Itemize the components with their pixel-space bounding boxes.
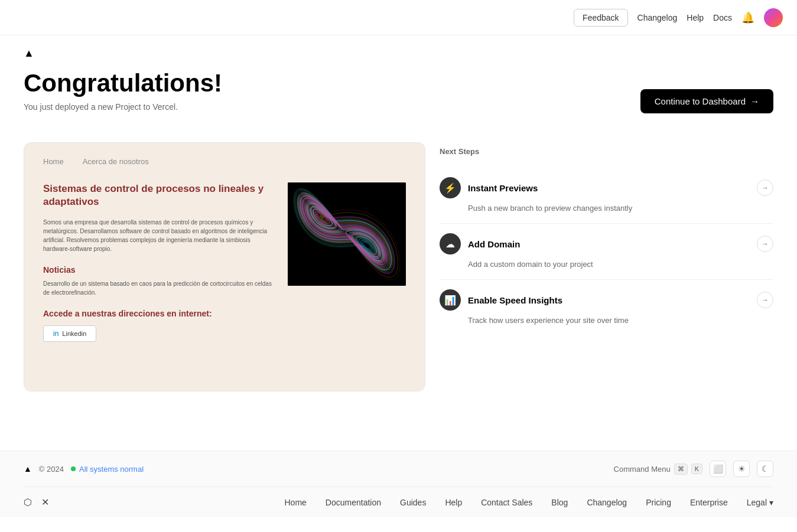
arrow-right-icon: → — [750, 96, 759, 106]
footer-social: ⬡ ✕ — [24, 497, 49, 508]
dashboard-btn-label: Continue to Dashboard — [655, 96, 746, 106]
k-key: K — [691, 464, 702, 474]
theme-dark-icon-button[interactable]: ☾ — [757, 461, 773, 477]
footer-top: ▲ © 2024 All systems normal Command Menu… — [24, 461, 773, 487]
chevron-down-icon: ▾ — [769, 498, 773, 507]
speed-insights-desc: Track how users experience your site ove… — [440, 315, 773, 326]
changelog-link[interactable]: Changelog — [637, 13, 678, 22]
step-add-domain-header: ☁ Add Domain → — [440, 233, 773, 254]
preview-cta-heading: Accede a nuestras direcciones en interne… — [43, 309, 276, 318]
butterfly-canvas — [288, 182, 406, 286]
speed-insights-arrow-icon[interactable]: → — [757, 292, 773, 308]
preview-linkedin-button: in Linkedin — [43, 325, 96, 342]
footer-enterprise-link[interactable]: Enterprise — [690, 498, 728, 507]
footer-contact-sales-link[interactable]: Contact Sales — [481, 498, 532, 507]
preview-news-body: Desarrollo de un sistema basado en caos … — [43, 279, 276, 297]
footer-changelog-link[interactable]: Changelog — [587, 498, 627, 507]
vercel-logo-icon: ▲ — [24, 47, 773, 60]
footer-documentation-link[interactable]: Documentation — [326, 498, 381, 507]
step-add-domain-left: ☁ Add Domain — [440, 233, 520, 254]
terminal-icon-button[interactable]: ⬜ — [710, 461, 726, 477]
step-instant-previews: ⚡ Instant Previews → Push a new branch t… — [440, 168, 773, 224]
main-content: ▲ Congratulations! You just deployed a n… — [0, 0, 797, 415]
github-icon[interactable]: ⬡ — [24, 497, 32, 508]
footer-left: ▲ © 2024 All systems normal — [24, 464, 144, 474]
preview-panel: Home Acerca de nosotros Sistemas de cont… — [24, 142, 425, 391]
next-steps-title: Next Steps — [440, 147, 773, 156]
footer: ▲ © 2024 All systems normal Command Menu… — [0, 451, 797, 517]
preview-heading: Sistemas de control de procesos no linea… — [43, 182, 276, 208]
instant-previews-arrow-icon[interactable]: → — [757, 179, 773, 196]
cmd-key: ⌘ — [674, 464, 688, 475]
footer-nav: ⬡ ✕ Home Documentation Guides Help Conta… — [24, 487, 773, 508]
speed-insights-icon: 📊 — [440, 289, 461, 311]
step-left: ⚡ Instant Previews — [440, 177, 538, 198]
step-add-domain: ☁ Add Domain → Add a custom domain to yo… — [440, 224, 773, 280]
footer-logo-icon: ▲ — [24, 464, 32, 474]
feedback-button[interactable]: Feedback — [574, 9, 627, 27]
preview-nav: Home Acerca de nosotros — [43, 157, 406, 166]
preview-image-col — [288, 182, 406, 342]
footer-copyright: © 2024 — [39, 465, 64, 474]
footer-right: Command Menu ⌘ K ⬜ ☀ ☾ — [614, 461, 773, 477]
status-dot-icon — [71, 466, 76, 471]
linkedin-icon: in — [53, 329, 58, 338]
status-link[interactable]: All systems normal — [79, 465, 144, 474]
command-menu-label: Command Menu — [614, 465, 671, 474]
preview-nav-home: Home — [43, 157, 64, 166]
two-col-layout: Home Acerca de nosotros Sistemas de cont… — [24, 142, 773, 391]
step-speed-insights-left: 📊 Enable Speed Insights — [440, 289, 562, 311]
footer-home-link[interactable]: Home — [285, 498, 307, 507]
preview-text-col: Sistemas de control de procesos no linea… — [43, 182, 276, 342]
instant-previews-desc: Push a new branch to preview changes ins… — [440, 203, 773, 214]
footer-legal-link[interactable]: Legal ▾ — [747, 498, 773, 507]
preview-nav-about: Acerca de nosotros — [83, 157, 149, 166]
speed-insights-label: Enable Speed Insights — [468, 295, 562, 305]
top-nav: Feedback Changelog Help Docs 🔔 — [0, 0, 797, 35]
add-domain-arrow-icon[interactable]: → — [757, 236, 773, 252]
footer-pricing-link[interactable]: Pricing — [646, 498, 671, 507]
next-steps-panel: Next Steps ⚡ Instant Previews → Push a n… — [440, 142, 773, 391]
preview-body: Somos una empresa que desarrolla sistema… — [43, 218, 276, 253]
footer-guides-link[interactable]: Guides — [400, 498, 426, 507]
instant-previews-label: Instant Previews — [468, 183, 538, 193]
preview-news-heading: Noticias — [43, 265, 276, 275]
twitter-x-icon[interactable]: ✕ — [41, 497, 49, 508]
footer-status: All systems normal — [71, 465, 144, 474]
butterfly-image — [288, 182, 406, 286]
continue-to-dashboard-button[interactable]: Continue to Dashboard → — [640, 89, 773, 113]
notification-bell-icon[interactable]: 🔔 — [741, 11, 754, 24]
step-speed-insights: 📊 Enable Speed Insights → Track how user… — [440, 280, 773, 335]
add-domain-icon: ☁ — [440, 233, 461, 254]
add-domain-label: Add Domain — [468, 239, 520, 249]
step-speed-insights-header: 📊 Enable Speed Insights → — [440, 289, 773, 311]
add-domain-desc: Add a custom domain to your project — [440, 259, 773, 270]
preview-inner: Home Acerca de nosotros Sistemas de cont… — [24, 143, 425, 391]
help-link[interactable]: Help — [687, 13, 704, 22]
avatar[interactable] — [764, 8, 783, 27]
linkedin-label: Linkedin — [62, 330, 86, 337]
command-menu: Command Menu ⌘ K — [614, 464, 702, 475]
footer-blog-link[interactable]: Blog — [551, 498, 568, 507]
theme-light-icon-button[interactable]: ☀ — [733, 461, 750, 477]
preview-content: Sistemas de control de procesos no linea… — [43, 182, 406, 342]
footer-help-link[interactable]: Help — [445, 498, 462, 507]
instant-previews-icon: ⚡ — [440, 177, 461, 198]
step-header: ⚡ Instant Previews → — [440, 177, 773, 198]
docs-link[interactable]: Docs — [713, 13, 732, 22]
